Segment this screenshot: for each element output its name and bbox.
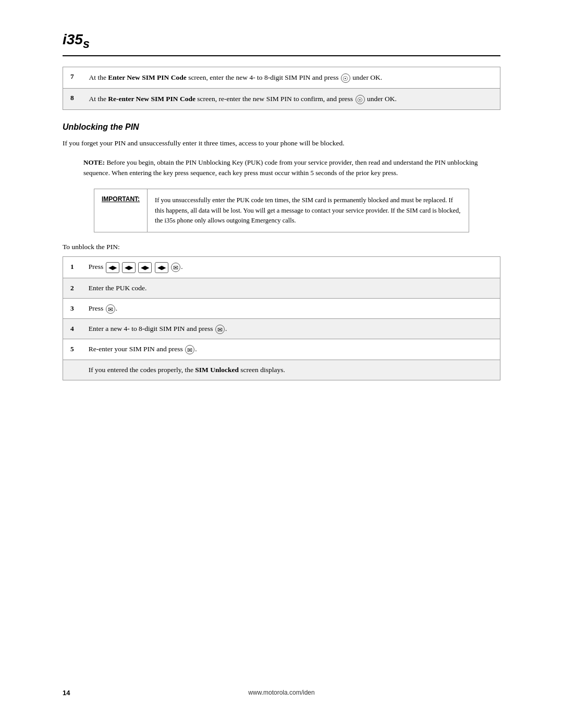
unblock-steps-table: 1 Press ◀▶ ◀▶ ◀▶ ◀▶ ✉. 2 Enter the PUK c… <box>63 256 500 380</box>
step-number-blank <box>63 360 81 380</box>
product-title-section: i35s <box>63 31 500 56</box>
product-model: i35 <box>63 31 83 47</box>
step-content-8: At the Re-enter New SIM PIN Code screen,… <box>82 88 500 109</box>
menu-button-icon-2: ◀▶ <box>122 262 136 273</box>
step-content-2: Enter the PUK code. <box>81 278 500 298</box>
menu-button-icon-4: ◀▶ <box>155 262 168 273</box>
step-number-1: 1 <box>63 257 81 278</box>
step-number-5: 5 <box>63 339 81 360</box>
table-row: 5 Re-enter your SIM PIN and press ✉. <box>63 339 500 360</box>
note-block: NOTE: Before you begin, obtain the PIN U… <box>83 157 480 178</box>
footer: www.motorola.com/iden <box>0 688 563 697</box>
intro-paragraph: If you forget your PIN and unsuccessfull… <box>63 138 500 149</box>
step-number-3: 3 <box>63 298 81 318</box>
important-label: IMPORTANT: <box>94 189 148 232</box>
table-row: If you entered the codes properly, the S… <box>63 360 500 380</box>
table-row: 7 At the Enter New SIM PIN Code screen, … <box>63 67 500 88</box>
ok-button-icon-3: ✉ <box>106 304 115 314</box>
step-content-final: If you entered the codes properly, the S… <box>81 360 500 380</box>
menu-button-icon: ◀▶ <box>106 262 119 273</box>
step-number-4: 4 <box>63 319 81 339</box>
table-row: 2 Enter the PUK code. <box>63 278 500 298</box>
unblock-intro: To unblock the PIN: <box>63 243 500 251</box>
top-steps-table: 7 At the Enter New SIM PIN Code screen, … <box>63 67 500 110</box>
section-heading: Unblocking the PIN <box>63 122 500 132</box>
end-button-icon: ✉ <box>171 263 180 272</box>
step-content-5: Re-enter your SIM PIN and press ✉. <box>81 339 500 360</box>
step-content-3: Press ✉. <box>81 298 500 318</box>
important-content: If you unsuccessfully enter the PUK code… <box>148 189 469 232</box>
footer-url: www.motorola.com/iden <box>248 689 314 696</box>
important-box: IMPORTANT: If you unsuccessfully enter t… <box>94 189 469 232</box>
step-number-8: 8 <box>63 88 82 109</box>
step-content-4: Enter a new 4- to 8-digit SIM PIN and pr… <box>81 319 500 339</box>
table-row: 8 At the Re-enter New SIM PIN Code scree… <box>63 88 500 109</box>
step-number-7: 7 <box>63 67 82 88</box>
ok-button-icon: ☉ <box>341 73 350 83</box>
step-content-1: Press ◀▶ ◀▶ ◀▶ ◀▶ ✉. <box>81 257 500 278</box>
product-title: i35s <box>63 31 90 47</box>
step-content-7: At the Enter New SIM PIN Code screen, en… <box>82 67 500 88</box>
menu-button-icon-3: ◀▶ <box>138 262 152 273</box>
ok-button-icon-2: ☉ <box>356 95 365 104</box>
step-number-2: 2 <box>63 278 81 298</box>
table-row: 4 Enter a new 4- to 8-digit SIM PIN and … <box>63 319 500 339</box>
note-text: Before you begin, obtain the PIN Unblock… <box>83 158 478 177</box>
note-label: NOTE: <box>83 158 106 166</box>
table-row: 1 Press ◀▶ ◀▶ ◀▶ ◀▶ ✉. <box>63 257 500 278</box>
product-sub: s <box>83 37 90 51</box>
table-row: 3 Press ✉. <box>63 298 500 318</box>
page: i35s 7 At the Enter New SIM PIN Code scr… <box>0 0 563 728</box>
ok-button-icon-4: ✉ <box>215 325 225 334</box>
ok-button-icon-5: ✉ <box>185 345 194 354</box>
